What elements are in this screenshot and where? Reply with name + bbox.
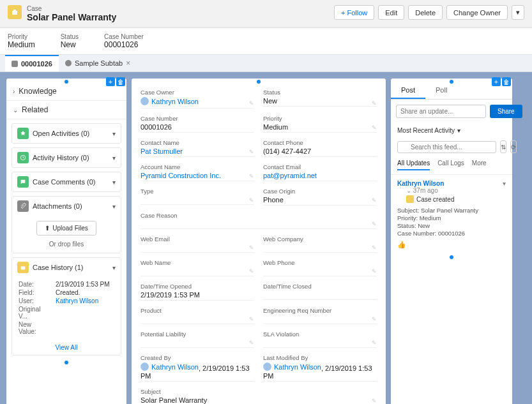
- more-actions-button[interactable]: ▾: [512, 5, 524, 20]
- feed-column: + 🗑 Post Poll Share Most Recent Activity…: [391, 79, 512, 404]
- panel-delete-button[interactable]: 🗑: [116, 77, 125, 86]
- chevron-down-icon: ▾: [457, 127, 460, 134]
- more-tab[interactable]: More: [472, 160, 487, 170]
- panel-delete-button[interactable]: 🗑: [502, 77, 511, 86]
- edit-icon[interactable]: ✎: [372, 124, 377, 131]
- detail-column: Case OwnerKathryn Wilson✎ StatusNew✎ Cas…: [132, 79, 386, 404]
- related-accordion[interactable]: ⌄ Related: [6, 101, 126, 119]
- case-number-value: 00001026: [104, 40, 144, 49]
- header-actions: + Follow Edit Delete Change Owner ▾: [334, 5, 524, 20]
- left-column: + 🗑 › Knowledge ⌄ Related Open Activitie…: [6, 79, 126, 404]
- drop-files-text: Or drop files: [17, 241, 116, 248]
- feed-user-link[interactable]: Kathryn Wilson: [397, 180, 506, 187]
- case-icon: [8, 5, 22, 19]
- card-menu-button[interactable]: ▾: [112, 154, 116, 161]
- all-updates-tab[interactable]: All Updates: [397, 160, 430, 170]
- feed-filter[interactable]: Most Recent Activity ▾: [391, 123, 512, 138]
- close-tab-icon[interactable]: ×: [126, 59, 130, 68]
- card-menu-button[interactable]: ▾: [112, 179, 116, 186]
- edit-icon[interactable]: ✎: [372, 197, 377, 204]
- panel-add-button[interactable]: +: [106, 77, 115, 86]
- post-tab[interactable]: Post: [391, 82, 425, 99]
- edit-icon[interactable]: ✎: [249, 100, 254, 107]
- case-history-card: Case History (1) ▾ Date:2/19/2019 1:53 P…: [11, 257, 121, 355]
- card-menu-button[interactable]: ▾: [112, 264, 116, 271]
- svg-rect-0: [12, 11, 17, 15]
- share-input[interactable]: [396, 105, 486, 118]
- open-activities-card: Open Activities (0) ▾: [11, 123, 121, 144]
- feed-refresh-button[interactable]: ⟳: [510, 140, 517, 153]
- edit-icon[interactable]: ✎: [372, 244, 377, 251]
- edit-icon[interactable]: ✎: [372, 316, 377, 322]
- account-link[interactable]: Pyramid Construction Inc.: [141, 170, 254, 181]
- card-menu-button[interactable]: ▾: [112, 130, 116, 137]
- edit-icon[interactable]: ✎: [249, 340, 254, 346]
- email-link[interactable]: pat@pyramid.net: [263, 170, 377, 181]
- page-title: Solar Panel Warranty: [27, 12, 116, 22]
- svg-rect-3: [21, 266, 26, 269]
- edit-icon[interactable]: ✎: [372, 340, 377, 346]
- status-label: Status: [61, 33, 79, 40]
- edit-icon[interactable]: ✎: [372, 398, 377, 404]
- edit-icon[interactable]: ✎: [249, 244, 254, 251]
- upload-icon: ⬆: [45, 225, 50, 232]
- call-logs-tab[interactable]: Call Logs: [437, 160, 464, 170]
- subtab-icon: [65, 60, 72, 66]
- contact-link[interactable]: Pat Stumuller: [141, 146, 254, 157]
- attachments-card: Attachments (0) ▾ ⬆ Upload Files Or drop…: [11, 196, 121, 253]
- case-number-label: Case Number: [104, 33, 144, 40]
- case-comments-card: Case Comments (0) ▾: [11, 172, 121, 192]
- modified-by-link[interactable]: Kathryn Wilson: [274, 363, 321, 371]
- priority-label: Priority: [8, 33, 35, 40]
- feed-item-menu[interactable]: ▾: [503, 180, 506, 187]
- workspace-tabs: 00001026 Sample Subtab ×: [0, 55, 532, 72]
- record-header: Case Solar Panel Warranty + Follow Edit …: [0, 0, 532, 28]
- history-user-link[interactable]: Kathryn Wilson: [56, 297, 98, 304]
- delete-button[interactable]: Delete: [408, 5, 443, 20]
- view-all-link[interactable]: View All: [12, 340, 121, 355]
- edit-icon[interactable]: ✎: [372, 221, 377, 227]
- upload-files-button[interactable]: ⬆ Upload Files: [36, 221, 96, 236]
- attachment-icon: [17, 200, 29, 212]
- edit-icon[interactable]: ✎: [372, 268, 377, 274]
- status-value: New: [61, 40, 79, 49]
- edit-icon[interactable]: ✎: [249, 149, 254, 155]
- history-icon: [17, 152, 29, 163]
- feed-search-input[interactable]: [397, 141, 496, 153]
- chevron-down-icon: ⌄: [13, 107, 18, 114]
- card-menu-button[interactable]: ▾: [112, 203, 116, 210]
- edit-icon[interactable]: ✎: [249, 268, 254, 274]
- case-tab-icon: [11, 61, 18, 67]
- change-owner-button[interactable]: Change Owner: [446, 5, 508, 20]
- edit-icon[interactable]: ✎: [249, 197, 254, 204]
- tab-subtab[interactable]: Sample Subtab ×: [59, 55, 137, 71]
- share-button[interactable]: Share: [490, 105, 522, 118]
- poll-tab[interactable]: Poll: [425, 82, 457, 99]
- created-by-link[interactable]: Kathryn Wilson: [151, 363, 199, 371]
- edit-icon[interactable]: ✎: [249, 316, 254, 322]
- svg-rect-1: [13, 10, 16, 11]
- avatar: [263, 363, 271, 371]
- edit-icon[interactable]: ✎: [372, 100, 377, 107]
- activity-icon: [17, 128, 29, 139]
- edit-button[interactable]: Edit: [378, 5, 404, 20]
- avatar: [141, 97, 149, 105]
- follow-button[interactable]: + Follow: [334, 5, 374, 20]
- feed-item: ▾ Kathryn Wilson ⌄ 37m ago Case created …: [391, 175, 512, 254]
- highlights-panel: Priority Medium Status New Case Number 0…: [0, 28, 532, 55]
- like-button[interactable]: 👍: [397, 241, 506, 249]
- priority-value: Medium: [8, 40, 35, 49]
- case-icon: [406, 195, 414, 203]
- case-history-icon: [17, 262, 29, 273]
- comment-icon: [17, 176, 29, 188]
- chevron-right-icon: ›: [13, 88, 15, 95]
- feed-sort-button[interactable]: ⇅: [500, 140, 506, 153]
- avatar: [141, 363, 149, 371]
- owner-link[interactable]: Kathryn Wilson: [151, 98, 199, 105]
- tab-primary[interactable]: 00001026: [5, 55, 59, 71]
- activity-history-card: Activity History (0) ▾: [11, 147, 121, 168]
- edit-icon[interactable]: ✎: [249, 173, 254, 179]
- object-label: Case: [27, 5, 116, 12]
- panel-add-button[interactable]: +: [492, 77, 501, 86]
